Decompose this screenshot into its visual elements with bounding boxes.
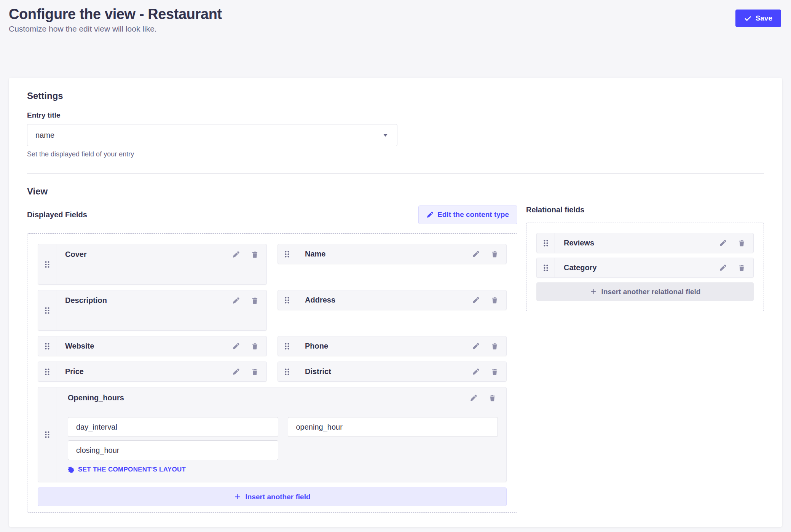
edit-field-button[interactable] <box>230 367 242 376</box>
drag-handle[interactable] <box>38 362 56 381</box>
field-label: Price <box>65 367 230 376</box>
delete-field-button[interactable] <box>736 238 747 248</box>
trash-icon <box>251 251 258 258</box>
view-section-title: View <box>27 186 764 197</box>
insert-another-relational-field-button[interactable]: Insert another relational field <box>536 282 754 301</box>
pencil-icon <box>233 251 240 258</box>
pencil-icon <box>470 394 477 401</box>
relational-field-label: Reviews <box>564 238 717 248</box>
drag-handle-icon <box>284 368 290 376</box>
field-label: Name <box>305 249 470 259</box>
field-card-description[interactable]: Description <box>38 290 267 331</box>
drag-handle-icon <box>45 431 50 438</box>
field-label: Website <box>65 341 230 351</box>
delete-field-button[interactable] <box>489 367 500 376</box>
displayed-fields-column: Displayed Fields Edit the content type <box>27 205 517 513</box>
drag-handle[interactable] <box>537 258 555 277</box>
edit-field-button[interactable] <box>470 295 482 305</box>
drag-handle-icon <box>543 239 549 247</box>
delete-field-button[interactable] <box>489 249 500 259</box>
trash-icon <box>251 368 258 376</box>
drag-handle[interactable] <box>38 290 56 330</box>
trash-icon <box>491 368 498 376</box>
page-header: Configure the view - Restaurant Customiz… <box>0 0 791 33</box>
component-card-opening-hours[interactable]: Opening_hours day_interval opening_hour … <box>38 387 507 482</box>
edit-component-button[interactable] <box>468 393 479 403</box>
field-label: Description <box>65 296 230 305</box>
delete-component-button[interactable] <box>486 393 498 403</box>
section-divider <box>27 173 764 174</box>
edit-field-button[interactable] <box>717 238 729 248</box>
subfield-opening-hour[interactable]: opening_hour <box>288 417 498 437</box>
drag-handle[interactable] <box>278 290 296 310</box>
settings-section-title: Settings <box>27 91 764 101</box>
edit-content-type-button[interactable]: Edit the content type <box>418 205 517 224</box>
page-title: Configure the view - Restaurant <box>9 5 222 23</box>
relational-fields-dropzone: Reviews Category <box>526 223 764 311</box>
check-icon <box>744 15 751 22</box>
gear-icon <box>68 467 74 473</box>
delete-field-button[interactable] <box>249 296 260 305</box>
field-card-name[interactable]: Name <box>277 244 507 264</box>
insert-another-field-button[interactable]: Insert another field <box>38 487 507 506</box>
edit-field-button[interactable] <box>230 341 242 351</box>
delete-field-button[interactable] <box>249 341 260 351</box>
pencil-icon <box>472 342 480 350</box>
insert-another-field-label: Insert another field <box>245 493 310 501</box>
drag-handle[interactable] <box>38 387 56 482</box>
drag-handle-icon <box>543 264 549 272</box>
drag-handle[interactable] <box>38 336 56 356</box>
trash-icon <box>491 296 498 304</box>
field-card-website[interactable]: Website <box>38 336 267 356</box>
fields-row: Price District <box>38 362 507 382</box>
entry-title-help-text: Set the displayed field of your entry <box>27 150 764 158</box>
chevron-down-icon <box>383 134 388 137</box>
entry-title-select[interactable]: name <box>27 124 397 146</box>
edit-field-button[interactable] <box>230 296 242 305</box>
field-label: Cover <box>65 250 230 259</box>
relational-card-reviews[interactable]: Reviews <box>536 233 754 253</box>
drag-handle[interactable] <box>278 362 296 381</box>
trash-icon <box>251 342 258 350</box>
trash-icon <box>489 394 496 402</box>
drag-handle[interactable] <box>278 244 296 264</box>
view-columns: Displayed Fields Edit the content type <box>27 205 764 513</box>
subfield-closing-hour[interactable]: closing_hour <box>68 440 278 460</box>
save-button-label: Save <box>756 14 772 22</box>
set-component-layout-link[interactable]: SET THE COMPONENT'S LAYOUT <box>68 466 186 473</box>
field-label: Address <box>305 295 470 305</box>
edit-field-button[interactable] <box>470 249 482 259</box>
delete-field-button[interactable] <box>249 367 260 376</box>
edit-field-button[interactable] <box>717 263 729 272</box>
drag-handle-icon <box>284 250 290 258</box>
drag-handle-icon <box>284 296 290 304</box>
fields-row: Website Phone <box>38 336 507 356</box>
drag-handle[interactable] <box>537 233 555 253</box>
edit-field-button[interactable] <box>230 250 242 259</box>
relational-card-category[interactable]: Category <box>536 258 754 278</box>
delete-field-button[interactable] <box>736 263 747 272</box>
edit-field-button[interactable] <box>470 341 482 351</box>
field-card-district[interactable]: District <box>277 362 507 382</box>
entry-title-selected-value: name <box>35 131 54 140</box>
drag-handle[interactable] <box>278 336 296 356</box>
field-card-address[interactable]: Address <box>277 290 507 310</box>
pencil-icon <box>427 211 434 218</box>
drag-handle-icon <box>45 261 50 268</box>
component-subfields: day_interval opening_hour closing_hour <box>68 417 498 460</box>
field-card-phone[interactable]: Phone <box>277 336 507 356</box>
edit-field-button[interactable] <box>470 367 482 376</box>
subfield-day-interval[interactable]: day_interval <box>68 417 278 437</box>
delete-field-button[interactable] <box>489 295 500 305</box>
delete-field-button[interactable] <box>249 250 260 259</box>
page-subtitle: Customize how the edit view will look li… <box>9 24 222 33</box>
plus-icon <box>234 493 241 500</box>
field-card-price[interactable]: Price <box>38 362 267 382</box>
save-button[interactable]: Save <box>735 10 781 27</box>
field-card-cover[interactable]: Cover <box>38 244 267 285</box>
delete-field-button[interactable] <box>489 341 500 351</box>
fields-row: Opening_hours day_interval opening_hour … <box>38 387 507 482</box>
trash-icon <box>738 239 745 247</box>
drag-handle[interactable] <box>38 244 56 284</box>
relational-fields-title: Relational fields <box>526 205 764 214</box>
